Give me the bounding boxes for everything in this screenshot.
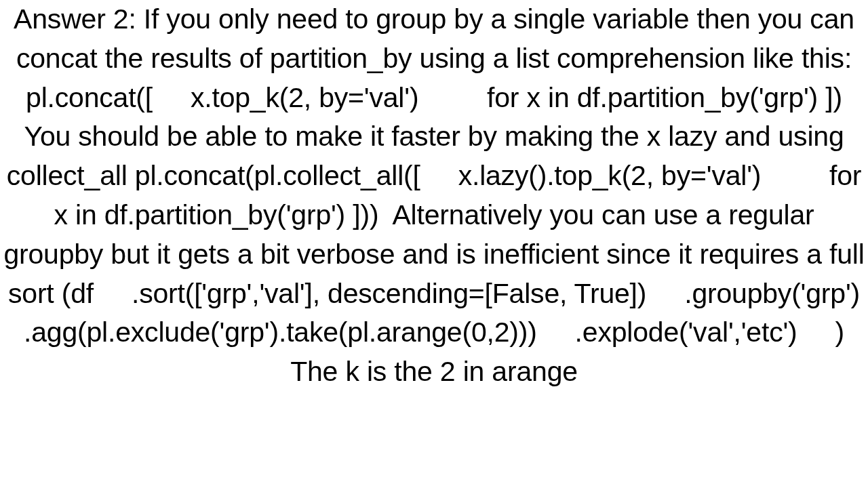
document-body: Answer 2: If you only need to group by a… <box>0 0 868 392</box>
